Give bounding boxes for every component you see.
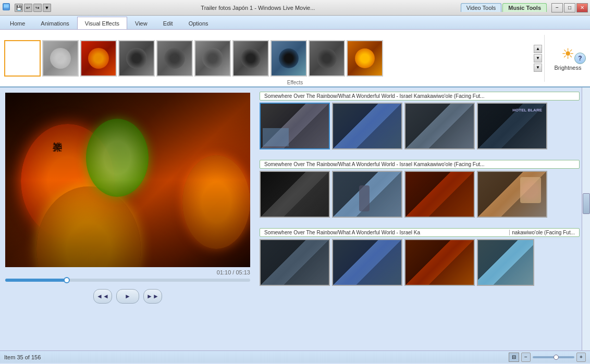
status-text: Item 35 of 156 bbox=[4, 354, 41, 360]
effect-thumb-6[interactable] bbox=[232, 40, 269, 77]
segment-3-label: Somewhere Over The Rainbow/What A Wonder… bbox=[260, 228, 580, 237]
seg-thumb-1-3[interactable] bbox=[404, 103, 475, 149]
tab-animations[interactable]: Animations bbox=[33, 17, 77, 29]
storyboard-scrollbar[interactable] bbox=[582, 87, 590, 350]
effect-thumb-3[interactable] bbox=[118, 40, 155, 77]
seek-bar[interactable] bbox=[5, 279, 250, 282]
brightness-label: Brightness bbox=[555, 65, 582, 71]
quick-access-redo[interactable]: ↪ bbox=[33, 4, 42, 12]
seek-thumb bbox=[64, 277, 70, 283]
segment-2: Somewhere Over The Rainbow/What A Wonder… bbox=[260, 160, 580, 218]
quick-access-save[interactable]: 💾 bbox=[15, 4, 23, 12]
ribbon: Home Animations Visual Effects View Edit… bbox=[0, 16, 590, 87]
video-player: 神楽 01:10 / 05:13 ◄◄ ► ►► bbox=[0, 87, 255, 350]
seek-progress bbox=[5, 279, 67, 282]
seg-thumb-2-2[interactable] bbox=[332, 171, 402, 218]
ribbon-content: ▲ ▼ ▼ ☀ Brightness ? Effects bbox=[0, 29, 590, 86]
effects-label: Effects bbox=[287, 80, 303, 85]
effect-thumb-7[interactable] bbox=[271, 40, 307, 77]
segment-2-thumbs bbox=[260, 171, 580, 218]
main-area: 神楽 01:10 / 05:13 ◄◄ ► ►► Somewhere Over … bbox=[0, 87, 590, 350]
segment-3-thumbs bbox=[260, 239, 580, 286]
strip-scroll-up[interactable]: ▲ bbox=[534, 45, 542, 53]
tab-options[interactable]: Options bbox=[181, 17, 216, 29]
svg-rect-2 bbox=[4, 8, 9, 9]
seg-thumb-1-2[interactable] bbox=[332, 103, 402, 149]
strip-scroll: ▲ ▼ ▼ bbox=[534, 45, 542, 72]
tab-edit[interactable]: Edit bbox=[155, 17, 181, 29]
status-bar: Item 35 of 156 ⊟ − + bbox=[0, 350, 590, 363]
effect-thumb-1[interactable] bbox=[42, 40, 79, 77]
effect-thumb-4[interactable] bbox=[156, 40, 193, 77]
seg-thumb-3-3[interactable] bbox=[404, 239, 475, 286]
storyboard: Somewhere Over The Rainbow/What A Wonder… bbox=[255, 87, 590, 350]
seg-thumb-3-2[interactable] bbox=[332, 239, 402, 286]
seg-thumb-3-4[interactable] bbox=[477, 239, 534, 286]
seg-thumb-1-1[interactable] bbox=[260, 103, 330, 149]
segment-1: Somewhere Over The Rainbow/What A Wonder… bbox=[260, 92, 580, 149]
title-bar: 💾 ↩ ↪ ▼ Trailer fotos Japón 1 - Windows … bbox=[0, 0, 590, 16]
tab-view[interactable]: View bbox=[127, 17, 155, 29]
help-button[interactable]: ? bbox=[574, 53, 586, 64]
segment-2-label: Somewhere Over The Rainbow/What A Wonder… bbox=[260, 160, 580, 169]
video-lantern-scene: 神楽 bbox=[5, 93, 250, 267]
minimize-button[interactable]: − bbox=[551, 3, 563, 12]
prev-button[interactable]: ◄◄ bbox=[93, 289, 112, 304]
tab-visual-effects[interactable]: Visual Effects bbox=[77, 17, 127, 29]
maximize-button[interactable]: □ bbox=[564, 3, 575, 12]
title-bar-icon bbox=[2, 3, 13, 13]
zoom-thumb bbox=[554, 355, 559, 360]
segment-3: Somewhere Over The Rainbow/What A Wonder… bbox=[260, 228, 580, 286]
close-button[interactable]: ✕ bbox=[576, 3, 588, 12]
video-frame: 神楽 bbox=[5, 93, 250, 267]
time-display: 01:10 / 05:13 bbox=[5, 269, 250, 275]
tab-home[interactable]: Home bbox=[2, 17, 33, 29]
title-bar-buttons: 💾 ↩ ↪ ▼ bbox=[15, 4, 51, 12]
seg-thumb-3-1[interactable] bbox=[260, 239, 330, 286]
effect-thumb-0[interactable] bbox=[4, 40, 41, 77]
zoom-slider[interactable] bbox=[533, 356, 574, 358]
player-controls: ◄◄ ► ►► bbox=[5, 289, 250, 304]
segment-1-thumbs: HOTEL BLARE bbox=[260, 103, 580, 149]
status-right: ⊟ − + bbox=[509, 353, 586, 362]
play-button[interactable]: ► bbox=[116, 289, 139, 304]
svg-rect-1 bbox=[4, 4, 9, 8]
seg-thumb-2-1[interactable] bbox=[260, 171, 330, 218]
strip-scroll-more[interactable]: ▼ bbox=[534, 64, 542, 72]
title-text: Trailer fotos Japón 1 - Windows Live Mov… bbox=[55, 5, 461, 11]
effect-thumb-2[interactable] bbox=[80, 40, 117, 77]
segment-1-label: Somewhere Over The Rainbow/What A Wonder… bbox=[260, 92, 580, 101]
seg-thumb-2-3[interactable] bbox=[404, 171, 475, 218]
effect-thumb-5[interactable] bbox=[194, 40, 231, 77]
zoom-out-button[interactable]: − bbox=[521, 353, 531, 362]
effects-strip bbox=[4, 40, 532, 77]
quick-access-menu[interactable]: ▼ bbox=[43, 4, 51, 12]
strip-scroll-down[interactable]: ▼ bbox=[534, 54, 542, 62]
seg-thumb-2-4[interactable] bbox=[477, 171, 547, 218]
seg-thumb-1-4[interactable]: HOTEL BLARE bbox=[477, 103, 547, 149]
effect-thumb-9[interactable] bbox=[347, 40, 383, 77]
effect-thumb-8[interactable] bbox=[309, 40, 345, 77]
ribbon-tab-bar: Home Animations Visual Effects View Edit… bbox=[0, 16, 590, 29]
quick-access-undo[interactable]: ↩ bbox=[24, 4, 32, 12]
tab-video-tools[interactable]: Video Tools bbox=[461, 3, 501, 12]
view-storyboard-button[interactable]: ⊟ bbox=[509, 353, 519, 362]
tab-music-tools[interactable]: Music Tools bbox=[502, 3, 547, 12]
brightness-icon[interactable]: ☀ bbox=[561, 45, 574, 62]
zoom-in-button[interactable]: + bbox=[576, 353, 586, 362]
next-button[interactable]: ►► bbox=[143, 289, 162, 304]
